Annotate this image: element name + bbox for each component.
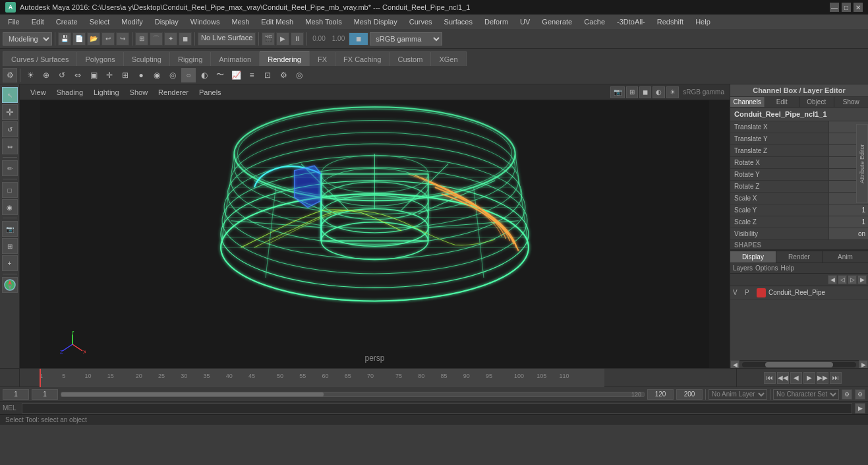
scrollbar-thumb[interactable] [765, 362, 834, 367]
tool-rotate[interactable]: ↺ [55, 68, 69, 82]
select-tool-button[interactable]: ↖ [2, 87, 18, 103]
menu-edit[interactable]: Edit [26, 16, 49, 27]
range-slider[interactable]: 120 [61, 392, 645, 397]
tool-sun[interactable]: ☀ [23, 68, 38, 82]
menu-mesh[interactable]: Mesh [226, 16, 254, 27]
open-button[interactable]: 📂 [87, 32, 100, 46]
menu-generate[interactable]: Generate [536, 16, 577, 27]
go-start-button[interactable]: ⏮ [764, 372, 776, 384]
render-button[interactable]: 🎬 [262, 32, 275, 46]
menu-surfaces[interactable]: Surfaces [439, 16, 478, 27]
menu-create[interactable]: Create [51, 16, 83, 27]
menu-cache[interactable]: Cache [579, 16, 610, 27]
tab-polygons[interactable]: Polygons [77, 51, 123, 66]
channel-scale-y[interactable]: Scale Y 1 [730, 204, 868, 216]
tool-gear[interactable]: ⚙ [276, 68, 291, 82]
tool-stack[interactable]: ≡ [245, 68, 259, 82]
channel-rotate-x[interactable]: Rotate X 0 [730, 157, 868, 169]
tool-half[interactable]: ◐ [197, 68, 212, 82]
tool-dot3[interactable]: ◎ [165, 68, 180, 82]
menu-deform[interactable]: Deform [479, 16, 513, 27]
mask-button[interactable]: □ [2, 182, 18, 198]
menu-help[interactable]: Help [690, 16, 716, 27]
disp-tab-anim[interactable]: Anim [823, 251, 868, 263]
tool-grid[interactable]: ⊞ [118, 68, 132, 82]
tool-circle[interactable]: ○ [181, 68, 196, 82]
tab-fx[interactable]: FX [310, 51, 335, 66]
vp-menu-panels[interactable]: Panels [196, 87, 224, 98]
vp-menu-lighting[interactable]: Lighting [91, 87, 122, 98]
vp-menu-shading[interactable]: Shading [54, 87, 86, 98]
move-tool-button[interactable]: ✛ [2, 104, 18, 120]
view-btn2[interactable]: ⊞ [2, 238, 18, 254]
gamma-select[interactable]: sRGB gamma [370, 32, 442, 46]
tab-fx-caching[interactable]: FX Caching [335, 51, 390, 66]
char-set-select[interactable]: No Character Set [773, 389, 839, 400]
menu-mesh-tools[interactable]: Mesh Tools [300, 16, 347, 27]
scale-tool-button[interactable]: ⇔ [2, 139, 18, 154]
channel-rotate-y[interactable]: Rotate Y 0 [730, 169, 868, 181]
layer-nav-left[interactable]: ◀ [828, 275, 837, 284]
minimize-button[interactable]: — [830, 3, 839, 12]
layer-nav-right2[interactable]: ▶ [857, 275, 867, 284]
redo-button[interactable]: ↪ [116, 32, 129, 46]
menu-display[interactable]: Display [150, 16, 184, 27]
range-end-input[interactable] [647, 389, 674, 400]
viewport-canvas[interactable]: persp X Y Z [20, 100, 730, 368]
maximize-button[interactable]: □ [842, 3, 851, 12]
cb-tab-edit[interactable]: Edit [765, 97, 800, 107]
camera-button[interactable]: 📷 [2, 221, 18, 237]
save-button[interactable]: 💾 [58, 32, 71, 46]
snap-surface-button[interactable]: ◼ [179, 32, 192, 46]
vp-menu-renderer[interactable]: Renderer [156, 87, 191, 98]
scrollbar-track[interactable] [742, 362, 856, 367]
tab-custom[interactable]: Custom [390, 51, 432, 66]
snap-curve-button[interactable]: ⌒ [150, 32, 163, 46]
current-frame-input[interactable] [3, 389, 29, 400]
tool-dot2[interactable]: ◉ [150, 68, 164, 82]
menu-windows[interactable]: Windows [185, 16, 225, 27]
mel-input[interactable] [22, 403, 852, 414]
menu-uv[interactable]: UV [515, 16, 535, 27]
tool-wave[interactable]: 〜 [213, 68, 227, 82]
ctrl-settings2[interactable]: ⚙ [855, 389, 865, 400]
snap-grid-button[interactable]: ⊞ [135, 32, 148, 46]
range-slider-area[interactable]: 120 [61, 392, 645, 397]
channel-rotate-z[interactable]: Rotate Z 0 [730, 181, 868, 193]
close-button[interactable]: ✕ [854, 3, 863, 12]
vp-wire-btn[interactable]: ◼ [639, 86, 651, 98]
step-back-button[interactable]: ◀◀ [777, 372, 789, 384]
layer-row-0[interactable]: V P Conduit_Reel_Pipe [730, 286, 868, 299]
tool-scale[interactable]: ⇔ [71, 68, 85, 82]
menu-modify[interactable]: Modify [116, 16, 148, 27]
snap-point-button[interactable]: ✦ [164, 32, 177, 46]
vp-light-btn[interactable]: ☀ [666, 86, 679, 98]
menu-curves[interactable]: Curves [404, 16, 438, 27]
disp-tab-render[interactable]: Render [776, 251, 823, 263]
channel-translate-z[interactable]: Translate Z 0 [730, 145, 868, 157]
undo-button[interactable]: ↩ [101, 32, 115, 46]
vp-menu-view[interactable]: View [28, 87, 49, 98]
play-forward-button[interactable]: ▶ [803, 372, 815, 384]
max-frame-input[interactable] [676, 389, 703, 400]
menu-select[interactable]: Select [84, 16, 115, 27]
help-menu[interactable]: Help [780, 264, 794, 272]
go-end-button[interactable]: ⏭ [830, 372, 842, 384]
rotate-tool-button[interactable]: ↺ [2, 121, 18, 137]
cb-tab-channels[interactable]: Channels [730, 97, 765, 107]
cb-tab-show[interactable]: Show [834, 97, 869, 107]
step-forward-button[interactable]: ▶▶ [817, 372, 828, 384]
tab-rigging[interactable]: Rigging [170, 51, 211, 66]
layers-menu[interactable]: Layers [733, 264, 753, 272]
settings-icon[interactable]: ⚙ [3, 68, 17, 82]
ctrl-settings1[interactable]: ⚙ [842, 389, 852, 400]
channel-scale-x[interactable]: Scale X 1 [730, 193, 868, 204]
cb-tab-object[interactable]: Object [799, 97, 834, 107]
play-back-button[interactable]: ◀ [790, 372, 802, 384]
menu-mesh-display[interactable]: Mesh Display [349, 16, 403, 27]
menu-edit-mesh[interactable]: Edit Mesh [256, 16, 299, 27]
tool-target[interactable]: ◎ [292, 68, 306, 82]
vp-shade-btn[interactable]: ◐ [652, 86, 665, 98]
tab-curves-surfaces[interactable]: Curves / Surfaces [3, 51, 77, 66]
range-start-input[interactable] [32, 389, 58, 400]
